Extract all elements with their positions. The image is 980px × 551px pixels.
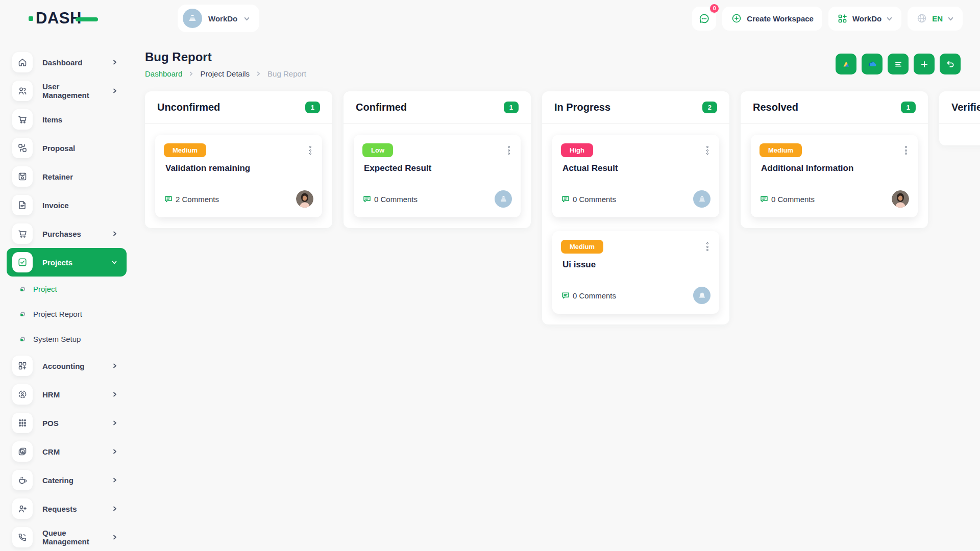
breadcrumb-dashboard[interactable]: Dashboard — [145, 69, 182, 78]
breadcrumb-project-details[interactable]: Project Details — [200, 69, 250, 78]
chevron-right-icon — [112, 534, 118, 540]
card-menu-button[interactable] — [704, 240, 710, 254]
chevron-right-icon — [112, 420, 118, 426]
purchases-cart-icon — [12, 223, 33, 244]
task-card[interactable]: Low Expected Result 0 Comments — [354, 135, 521, 217]
chevron-right-icon — [112, 363, 118, 369]
chevron-right-icon — [112, 59, 118, 65]
kanban-column-resolved: Resolved 1 Medium Additional Information… — [741, 91, 928, 228]
language-label: EN — [932, 14, 943, 23]
grid-plus-icon — [12, 356, 33, 376]
task-card[interactable]: Medium Validation remaining 2 Comments — [155, 135, 322, 217]
kanban-column-unconfirmed: Unconfirmed 1 Medium Validation remainin… — [145, 91, 332, 228]
sidebar-subitem-project[interactable]: Project — [0, 277, 131, 302]
sidebar-item-dashboard[interactable]: Dashboard — [0, 48, 131, 77]
assignee-avatar-workspace — [693, 287, 710, 304]
column-count-badge: 1 — [305, 102, 320, 113]
sidebar-item-catering[interactable]: Catering — [0, 466, 131, 494]
sidebar-item-items[interactable]: Items — [0, 105, 131, 134]
card-menu-button[interactable] — [307, 143, 313, 157]
sidebar-item-crm[interactable]: CRM — [0, 437, 131, 466]
list-icon — [893, 59, 903, 69]
swap-squares-icon — [12, 138, 33, 158]
comment-icon — [760, 194, 769, 204]
list-view-button[interactable] — [888, 54, 909, 74]
home-icon — [12, 52, 33, 72]
check-square-icon — [12, 252, 33, 272]
priority-badge: Medium — [760, 143, 802, 157]
sidebar-item-projects[interactable]: Projects — [7, 248, 127, 277]
sidebar-item-requests[interactable]: Requests — [0, 494, 131, 523]
chevron-right-icon — [112, 477, 118, 483]
sidebar: Dashboard User Management Items Proposal… — [0, 37, 131, 551]
chevron-right-icon — [112, 448, 118, 455]
sidebar-item-proposal[interactable]: Proposal — [0, 134, 131, 162]
comment-icon — [561, 291, 570, 300]
chevron-right-icon — [112, 391, 118, 397]
sidebar-item-invoice[interactable]: Invoice — [0, 191, 131, 219]
chevron-right-icon — [188, 71, 194, 77]
sidebar-subitem-project-report[interactable]: Project Report — [0, 302, 131, 327]
workspace-menu-button[interactable]: WorkDo — [828, 7, 901, 31]
users-icon — [12, 81, 33, 101]
sidebar-item-purchases[interactable]: Purchases — [0, 219, 131, 248]
add-button[interactable] — [914, 54, 935, 74]
assignee-avatar-workspace — [495, 190, 512, 208]
workspace-avatar-icon — [183, 9, 202, 28]
google-drive-button[interactable] — [836, 54, 856, 74]
card-menu-button[interactable] — [506, 143, 512, 157]
messages-badge: 0 — [709, 3, 720, 14]
back-button[interactable] — [940, 54, 961, 74]
google-drive-icon — [841, 59, 851, 69]
column-title: Verified — [951, 102, 980, 113]
assignee-avatar-workspace — [693, 190, 710, 208]
column-count-badge: 1 — [504, 102, 519, 113]
coffee-cup-icon — [12, 470, 33, 490]
app-logo: DASH — [29, 9, 131, 28]
topbar: DASH WorkDo 0 Create Workspace — [0, 0, 980, 37]
column-count-badge: 2 — [702, 102, 717, 113]
card-menu-button[interactable] — [704, 143, 710, 157]
chevron-down-icon — [243, 15, 250, 22]
onedrive-icon — [867, 59, 877, 69]
sidebar-item-queue-management[interactable]: Queue Management — [0, 523, 131, 551]
task-card[interactable]: Medium Ui issue 0 Comments — [552, 231, 719, 314]
kanban-board: Unconfirmed 1 Medium Validation remainin… — [145, 91, 980, 324]
sidebar-item-user-management[interactable]: User Management — [0, 77, 131, 105]
logo-text: DASH — [36, 9, 82, 28]
onedrive-button[interactable] — [862, 54, 883, 74]
sidebar-item-pos[interactable]: POS — [0, 409, 131, 437]
task-card[interactable]: Medium Additional Information 0 Comments — [751, 135, 918, 217]
card-menu-button[interactable] — [903, 143, 909, 157]
workspace-menu-label: WorkDo — [852, 14, 881, 23]
column-title: Unconfirmed — [157, 102, 220, 113]
language-selector[interactable]: EN — [908, 7, 963, 31]
breadcrumb-current: Bug Report — [267, 69, 306, 78]
create-workspace-button[interactable]: Create Workspace — [722, 7, 822, 31]
chevron-right-icon — [112, 231, 118, 237]
sidebar-item-hrm[interactable]: HRM — [0, 380, 131, 409]
page-title: Bug Report — [145, 50, 306, 64]
sidebar-subitem-system-setup[interactable]: System Setup — [0, 327, 131, 352]
sidebar-item-accounting[interactable]: Accounting — [0, 352, 131, 380]
priority-badge: Medium — [164, 143, 206, 157]
person-plus-icon — [12, 498, 33, 519]
task-card[interactable]: High Actual Result 0 Comments — [552, 135, 719, 217]
document-icon — [12, 195, 33, 215]
workspace-selector[interactable]: WorkDo — [178, 5, 259, 32]
column-title: Resolved — [753, 102, 798, 113]
create-workspace-label: Create Workspace — [747, 14, 814, 23]
workspace-name: WorkDo — [208, 14, 237, 23]
chevron-down-icon — [111, 259, 117, 265]
chevron-down-icon — [947, 15, 954, 22]
plus-circle-icon — [731, 13, 742, 24]
phone-call-icon — [12, 527, 33, 547]
card-title: Validation remaining — [165, 163, 313, 173]
main-content: Bug Report Dashboard Project Details Bug… — [131, 37, 980, 551]
sidebar-item-retainer[interactable]: Retainer — [0, 162, 131, 191]
breadcrumb: Dashboard Project Details Bug Report — [145, 69, 306, 78]
messages-button[interactable]: 0 — [692, 7, 716, 31]
comments-count: 0 Comments — [362, 194, 418, 204]
card-title: Ui issue — [562, 260, 710, 270]
undo-arrow-icon — [945, 59, 955, 69]
